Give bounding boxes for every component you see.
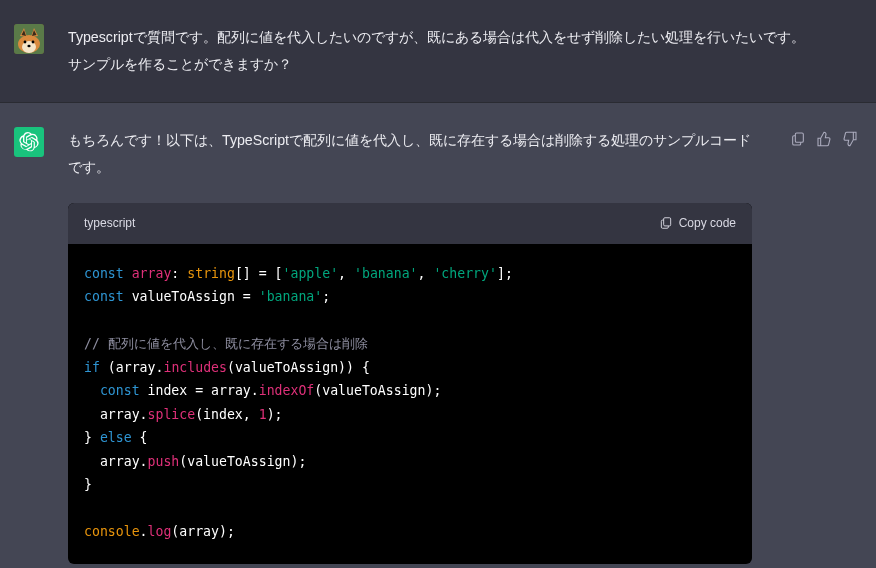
thumbs-down-icon[interactable] [842,131,858,147]
thumbs-up-icon[interactable] [816,131,832,147]
copy-code-button[interactable]: Copy code [659,212,736,235]
message-actions [790,127,876,564]
code-lang-label: typescript [84,212,135,235]
user-avatar [14,24,44,54]
svg-rect-7 [795,133,803,142]
openai-logo-icon [19,132,39,152]
svg-point-4 [32,41,35,44]
assistant-intro-text: もちろんです！以下は、TypeScriptで配列に値を代入し、既に存在する場合は… [68,127,752,181]
copy-code-label: Copy code [679,212,736,235]
shiba-avatar-icon [14,24,44,54]
user-message-text: Typescriptで質問です。配列に値を代入したいのですが、既にある場合は代入… [68,24,828,78]
svg-point-3 [24,41,27,44]
user-message-row: Typescriptで質問です。配列に値を代入したいのですが、既にある場合は代入… [0,0,876,102]
svg-point-5 [27,45,30,47]
code-block: typescript Copy code const array: string… [68,203,752,564]
assistant-message-row: もちろんです！以下は、TypeScriptで配列に値を代入し、既に存在する場合は… [0,102,876,568]
assistant-avatar [14,127,44,157]
code-content[interactable]: const array: string[] = ['apple', 'banan… [68,244,752,564]
clipboard-icon [659,216,673,230]
code-header: typescript Copy code [68,203,752,244]
clipboard-icon[interactable] [790,131,806,147]
svg-rect-6 [663,218,670,226]
